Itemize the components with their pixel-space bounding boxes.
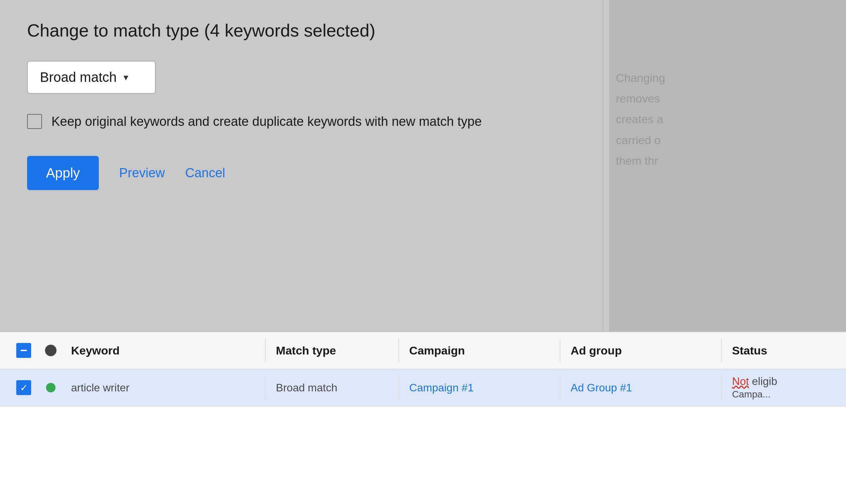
row-match-type-value: Broad match: [266, 381, 398, 394]
row-keyword-value: article writer: [64, 381, 265, 394]
table-row[interactable]: ✓ article writer Broad match Campaign #1…: [0, 370, 846, 407]
cancel-button[interactable]: Cancel: [185, 166, 225, 180]
row-checkbox[interactable]: ✓: [10, 380, 37, 395]
keywords-table: − Keyword Match type Campaign Ad group S…: [0, 331, 846, 504]
side-text-line-4: carried o: [616, 130, 819, 150]
status-not-eligible: Not: [732, 375, 749, 387]
match-type-label: Broad match: [40, 70, 117, 85]
row-checkbox-checked[interactable]: ✓: [16, 380, 31, 395]
match-type-dropdown[interactable]: Broad match ▾: [27, 61, 156, 94]
row-campaign-value[interactable]: Campaign #1: [399, 381, 560, 394]
header-campaign: Campaign: [399, 344, 560, 357]
minus-icon: −: [20, 343, 27, 358]
duplicate-keywords-row: Keep original keywords and create duplic…: [27, 114, 582, 129]
status-eligible-rest: eligib: [749, 375, 777, 387]
dialog-panel: Change to match type (4 keywords selecte…: [0, 0, 609, 331]
header-match-type: Match type: [266, 344, 398, 357]
status-indicator-icon: [45, 345, 56, 356]
check-icon: ✓: [20, 382, 28, 393]
header-keyword: Keyword: [64, 344, 265, 357]
row-status-dot: [37, 383, 64, 392]
side-text-line-3: creates a: [616, 109, 819, 129]
side-info-text: Changing removes creates a carried o the…: [616, 68, 819, 171]
row-status-value: Not eligib Campa...: [722, 375, 836, 400]
select-all-checkbox[interactable]: −: [16, 343, 31, 358]
side-text-line-1: Changing: [616, 68, 819, 88]
active-status-icon: [46, 383, 55, 392]
dialog-divider: [602, 0, 603, 331]
side-text-line-2: removes: [616, 88, 819, 109]
dialog-title: Change to match type (4 keywords selecte…: [27, 20, 582, 41]
header-dot: [37, 345, 64, 356]
row-ad-group-value[interactable]: Ad Group #1: [560, 381, 721, 394]
preview-button[interactable]: Preview: [119, 166, 165, 180]
header-status: Status: [722, 344, 836, 357]
table-header: − Keyword Match type Campaign Ad group S…: [0, 332, 846, 370]
apply-button[interactable]: Apply: [27, 156, 99, 190]
action-row: Apply Preview Cancel: [27, 156, 582, 190]
duplicate-keywords-label: Keep original keywords and create duplic…: [51, 114, 482, 129]
status-second-line: Campa...: [732, 389, 771, 399]
chevron-down-icon: ▾: [124, 72, 128, 83]
header-ad-group: Ad group: [560, 344, 721, 357]
side-text-line-5: them thr: [616, 150, 819, 171]
duplicate-keywords-checkbox[interactable]: [27, 114, 42, 129]
header-checkbox[interactable]: −: [10, 343, 37, 358]
